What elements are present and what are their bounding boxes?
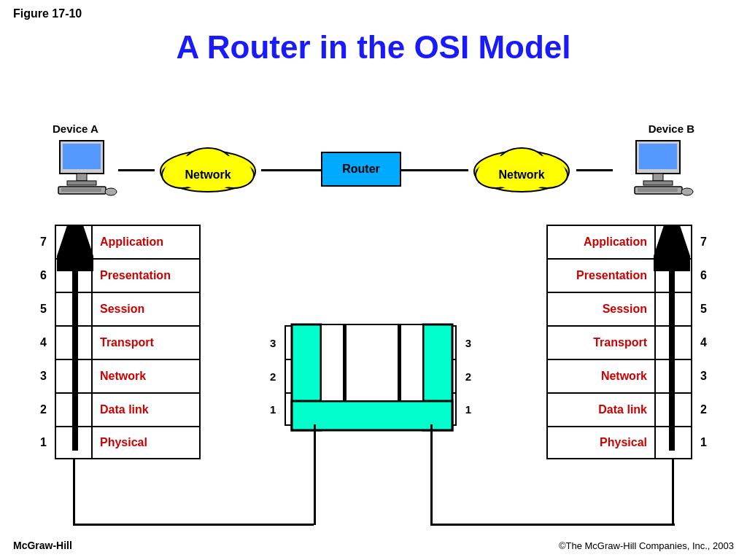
hline-right-to-router — [430, 524, 675, 526]
row-num-4-left: 4 — [40, 336, 47, 349]
router-u-shape — [285, 321, 460, 441]
row-num-7-left: 7 — [40, 236, 47, 249]
vline-right-stack-to-router — [672, 459, 674, 525]
left-up-arrow — [57, 225, 93, 459]
svg-rect-5 — [61, 188, 101, 192]
router-num-1-right: 1 — [465, 403, 471, 416]
row-num-4-right: 4 — [700, 336, 707, 349]
line-cloud-to-device-b — [576, 169, 613, 171]
line-router-to-cloud-right — [401, 169, 468, 171]
row-num-5-left: 5 — [40, 303, 47, 316]
layer-3-left-label: Network — [93, 370, 199, 383]
layer-2-right-label: Data link — [548, 403, 654, 416]
layer-2-left-label: Data link — [93, 403, 199, 416]
layer-4-left-label: Transport — [93, 336, 199, 349]
layer-6-left-label: Presentation — [93, 269, 199, 282]
layer-5-right-label: Session — [548, 303, 654, 316]
layer-3-right-label: Network — [548, 370, 654, 383]
row-num-1-right: 1 — [700, 436, 707, 449]
layer-1-left-label: Physical — [93, 436, 199, 449]
svg-point-13 — [681, 188, 693, 195]
line-cloud-to-router-left — [261, 169, 322, 171]
svg-rect-3 — [67, 181, 96, 185]
main-title: A Router in the OSI Model — [0, 29, 747, 66]
row-num-6-right: 6 — [700, 269, 707, 282]
osi-stack-left: 7 Application 6 Presentation 5 Session 4… — [55, 225, 201, 459]
layer-7-right-label: Application — [548, 236, 654, 249]
row-num-2-right: 2 — [700, 403, 707, 416]
footer-copyright: ©The McGraw-Hill Companies, Inc., 2003 — [559, 540, 734, 551]
layer-7-left-label: Application — [93, 236, 199, 249]
layer-5-left-label: Session — [93, 303, 199, 316]
row-num-6-left: 6 — [40, 269, 47, 282]
router-num-3-right: 3 — [465, 337, 471, 349]
vline-router-right-up — [430, 424, 433, 525]
svg-rect-12 — [638, 188, 678, 192]
network-cloud-right: Network — [467, 142, 576, 197]
device-a-label: Device A — [53, 122, 98, 135]
row-num-2-left: 2 — [40, 403, 47, 416]
svg-rect-40 — [343, 324, 347, 401]
network-cloud-left: Network — [153, 142, 263, 197]
layer-1-right-label: Physical — [548, 436, 654, 449]
row-num-5-right: 5 — [700, 303, 707, 316]
router-num-2-left: 2 — [270, 370, 276, 383]
row-num-7-right: 7 — [700, 236, 707, 249]
device-b-computer — [629, 137, 694, 203]
hline-left-to-router — [73, 524, 314, 526]
router-box: Router — [321, 152, 401, 187]
line-device-a-to-cloud — [118, 169, 155, 171]
row-num-1-left: 1 — [40, 436, 47, 449]
svg-rect-9 — [653, 174, 663, 181]
device-b-label: Device B — [649, 122, 694, 135]
router-num-1-left: 1 — [270, 403, 276, 416]
layer-4-right-label: Transport — [548, 336, 654, 349]
figure-label: Figure 17-10 — [13, 7, 82, 20]
vline-left-stack-to-router — [73, 459, 75, 525]
layer-6-right-label: Presentation — [548, 269, 654, 282]
svg-text:Network: Network — [185, 168, 231, 181]
router-num-3-left: 3 — [270, 337, 276, 349]
svg-rect-8 — [639, 144, 677, 169]
svg-rect-2 — [77, 174, 87, 181]
footer-mcgraw-hill: McGraw-Hill — [13, 540, 72, 551]
svg-rect-41 — [398, 324, 401, 401]
row-num-3-right: 3 — [700, 370, 707, 383]
svg-rect-38 — [292, 401, 452, 430]
svg-point-6 — [105, 188, 117, 195]
vline-router-left-up — [314, 424, 316, 525]
row-num-3-left: 3 — [40, 370, 47, 383]
device-a-computer — [53, 137, 118, 203]
svg-rect-39 — [321, 324, 423, 401]
svg-text:Network: Network — [498, 168, 544, 181]
svg-rect-10 — [643, 181, 673, 185]
svg-rect-1 — [63, 144, 101, 169]
router-num-2-right: 2 — [465, 370, 471, 383]
right-up-arrow — [654, 225, 690, 459]
osi-stack-right: Application 7 Presentation 6 Session 5 T… — [546, 225, 692, 459]
